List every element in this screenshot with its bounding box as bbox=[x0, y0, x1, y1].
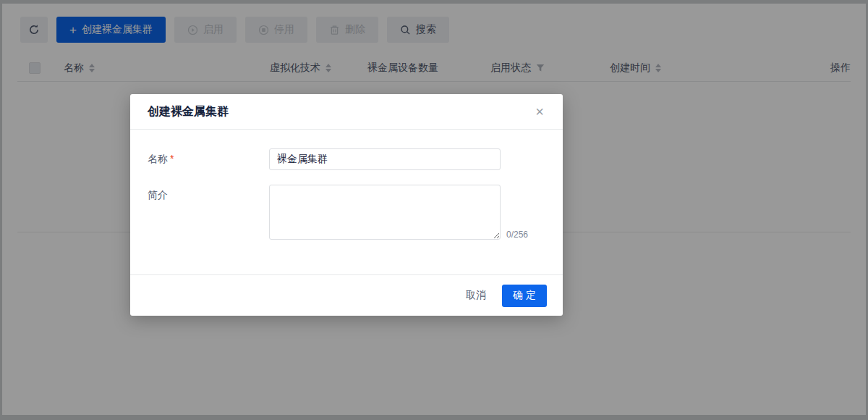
dialog-footer: 取消 确 定 bbox=[130, 274, 563, 316]
confirm-button[interactable]: 确 定 bbox=[502, 285, 547, 307]
close-icon[interactable]: × bbox=[534, 103, 545, 120]
name-field-label: 名称* bbox=[148, 153, 269, 166]
intro-field-label: 简介 bbox=[148, 185, 269, 240]
dialog-header: 创建裸金属集群 × bbox=[130, 94, 563, 130]
dialog-title: 创建裸金属集群 bbox=[148, 104, 229, 119]
intro-textarea[interactable] bbox=[269, 185, 501, 240]
name-form-row: 名称* bbox=[148, 148, 545, 170]
required-asterisk: * bbox=[170, 153, 174, 164]
cancel-button[interactable]: 取消 bbox=[466, 289, 486, 302]
intro-textarea-wrap: 0/256 bbox=[269, 185, 528, 240]
dialog-body: 名称* 简介 0/256 bbox=[130, 130, 563, 274]
intro-form-row: 简介 0/256 bbox=[148, 185, 545, 240]
char-counter: 0/256 bbox=[506, 230, 528, 240]
create-cluster-dialog: 创建裸金属集群 × 名称* 简介 0/256 取消 确 定 bbox=[130, 94, 563, 316]
name-input[interactable] bbox=[269, 148, 501, 170]
